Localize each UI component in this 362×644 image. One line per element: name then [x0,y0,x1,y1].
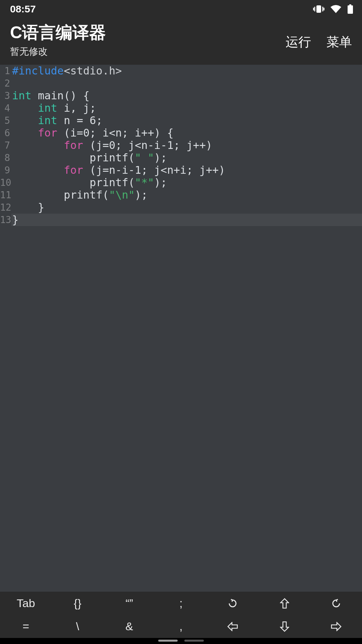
key-redo[interactable] [310,592,362,615]
line-number: 12 [0,201,10,214]
code-line[interactable]: for (i=0; i<n; i++) { [11,127,362,139]
code-line[interactable]: int main() { [11,90,362,102]
code-line[interactable]: int n = 6; [11,114,362,127]
line-number: 3 [0,90,10,102]
line-number: 11 [0,189,10,201]
status-icons [313,4,353,14]
key-quotes[interactable]: “” [104,592,155,615]
code-editor[interactable]: 12345678910111213 #include<stdio.h>int m… [0,65,362,592]
arrow-right-icon [331,622,342,631]
redo-icon [331,598,342,609]
line-number: 9 [0,164,10,176]
svg-rect-0 [316,5,321,13]
key-comma[interactable]: , [155,615,207,638]
key-undo[interactable] [207,592,258,615]
status-time: 08:57 [10,3,36,15]
keyboard-toolbar: Tab {} “” ; = \ & , [0,592,362,638]
app-header: C语言编译器 暂无修改 运行 菜单 [0,18,362,65]
key-equals[interactable]: = [0,615,52,638]
key-backslash[interactable]: \ [52,615,103,638]
menu-button[interactable]: 菜单 [326,34,352,51]
app-title: C语言编译器 [10,23,286,42]
line-number: 2 [0,77,10,90]
key-arrow-right[interactable] [310,615,362,638]
code-line[interactable] [11,77,362,90]
key-tab[interactable]: Tab [0,592,52,615]
key-arrow-up[interactable] [258,592,310,615]
code-line[interactable]: int i, j; [11,102,362,114]
nav-pill-secondary[interactable] [184,640,204,642]
line-number: 6 [0,127,10,139]
arrow-left-icon [227,622,238,631]
line-number: 8 [0,152,10,164]
code-line[interactable]: } [11,201,362,214]
app-subtitle: 暂无修改 [10,45,286,58]
wifi-icon [330,5,341,13]
undo-icon [227,598,238,609]
code-line[interactable]: } [11,214,362,226]
svg-rect-5 [349,4,351,5]
nav-pill[interactable] [158,640,178,642]
android-nav-bar [0,638,362,644]
code-line[interactable]: printf(" "); [11,152,362,164]
key-braces[interactable]: {} [52,592,103,615]
line-number: 10 [0,176,10,189]
line-number: 4 [0,102,10,114]
key-arrow-left[interactable] [207,615,258,638]
code-line[interactable]: printf("\n"); [11,189,362,201]
line-number-gutter: 12345678910111213 [0,65,11,226]
line-number: 5 [0,114,10,127]
vibrate-icon [313,5,324,13]
battery-icon [347,4,353,14]
code-content[interactable]: #include<stdio.h>int main() { int i, j; … [11,65,362,226]
run-button[interactable]: 运行 [286,34,311,51]
key-arrow-down[interactable] [258,615,310,638]
code-line[interactable]: #include<stdio.h> [11,65,362,77]
line-number: 1 [0,65,10,77]
line-number: 13 [0,214,10,226]
status-bar: 08:57 [0,0,362,18]
code-line[interactable]: for (j=0; j<n-i-1; j++) [11,139,362,152]
arrow-up-icon [280,598,289,609]
code-line[interactable]: printf("*"); [11,176,362,189]
key-semicolon[interactable]: ; [155,592,207,615]
key-ampersand[interactable]: & [104,615,155,638]
arrow-down-icon [280,621,289,632]
line-number: 7 [0,139,10,152]
code-line[interactable]: for (j=n-i-1; j<n+i; j++) [11,164,362,176]
svg-rect-6 [348,5,353,14]
